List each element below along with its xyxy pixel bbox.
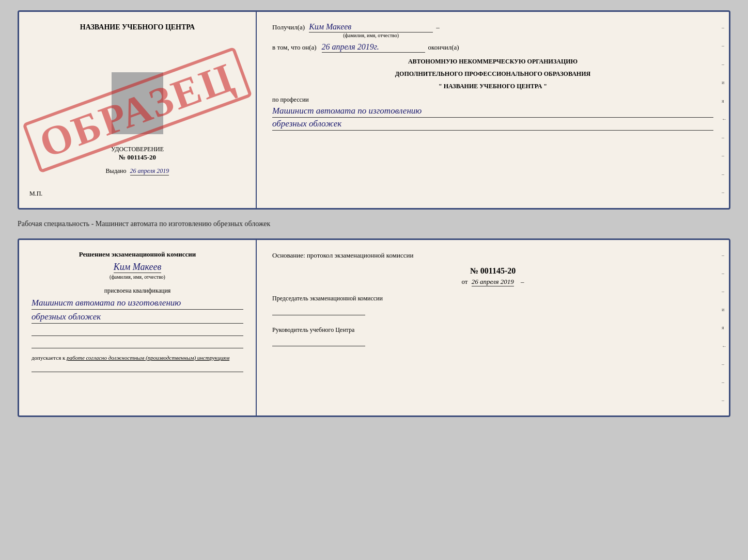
received-label: Получил(а): [272, 23, 305, 31]
mp-label: М.П.: [29, 190, 42, 198]
chair-sig-line: [272, 305, 365, 315]
profession-line2: обрезных обложек: [272, 118, 713, 131]
received-row: Получил(а) Ким Макеев (фамилия, имя, отч…: [272, 22, 713, 38]
issued-date: 26 апреля 2019: [130, 167, 169, 175]
qual-line1: Машинист автомата по изготовлению: [32, 297, 243, 310]
school-name-top: НАЗВАНИЕ УЧЕБНОГО ЦЕНТРА: [29, 22, 245, 31]
separator-section: Рабочая специальность - Машинист автомат…: [18, 218, 730, 230]
protocol-date: от 26 апреля 2019 –: [272, 278, 713, 286]
in-that-row: в том, что он(а) 26 апреля 2019г. окончи…: [272, 42, 713, 53]
bottom-name-sub: (фамилия, имя, отчество): [110, 274, 165, 280]
side-marks-top: – – – и я ← – – – –: [722, 12, 727, 208]
issued-section: Выдано 26 апреля 2019: [106, 167, 169, 175]
basis-label: Основание: протокол экзаменационной коми…: [272, 251, 413, 259]
basis-section: Основание: протокол экзаменационной коми…: [272, 250, 713, 261]
top-certificate-card: НАЗВАНИЕ УЧЕБНОГО ЦЕНТРА УДОСТОВЕРЕНИЕ №…: [18, 10, 730, 210]
dash1: –: [436, 23, 440, 31]
blank-line-3: [32, 364, 243, 372]
protocol-date-value: 26 апреля 2019: [472, 278, 514, 286]
protocol-number: № 001145-20: [272, 266, 713, 276]
bottom-certificate-card: Решением экзаменационной комиссии Ким Ма…: [18, 238, 730, 417]
blank-line-1: [32, 328, 243, 336]
in-that-date: 26 апреля 2019г.: [322, 42, 425, 53]
allows-label: допускается к: [32, 355, 65, 361]
top-cert-left: НАЗВАНИЕ УЧЕБНОГО ЦЕНТРА УДОСТОВЕРЕНИЕ №…: [19, 12, 257, 208]
qual-line2: обрезных обложек: [32, 311, 243, 324]
received-name: Ким Макеев: [309, 22, 433, 33]
director-label: Руководитель учебного Центра: [272, 326, 713, 334]
in-that-label: в том, что он(а): [272, 43, 317, 52]
name-sub-label: (фамилия, имя, отчество): [343, 33, 399, 38]
director-section: Руководитель учебного Центра: [272, 326, 713, 347]
director-sig-line: [272, 336, 365, 346]
protocol-date-prefix: от: [461, 278, 467, 285]
allows-section: допускается к работе согласно должностны…: [32, 354, 243, 362]
org-line2: ДОПОЛНИТЕЛЬНОГО ПРОФЕССИОНАЛЬНОГО ОБРАЗО…: [272, 69, 713, 78]
cert-number: № 001145-20: [111, 153, 164, 162]
finished-label: окончил(а): [428, 43, 459, 52]
profession-line1: Машинист автомата по изготовлению: [272, 105, 713, 118]
org-line3: " НАЗВАНИЕ УЧЕБНОГО ЦЕНТРА ": [272, 82, 713, 91]
top-cert-right: Получил(а) Ким Макеев (фамилия, имя, отч…: [257, 12, 729, 208]
profession-label: по профессии: [272, 96, 713, 104]
school-name-label: НАЗВАНИЕ УЧЕБНОГО ЦЕНТРА: [80, 23, 195, 31]
decision-label: Решением экзаменационной комиссии: [32, 250, 243, 259]
allows-underline-text: работе согласно должностным (производств…: [67, 355, 229, 361]
issued-label: Выдано: [106, 167, 127, 174]
side-marks-bottom: – – – и я ← – – –: [722, 240, 727, 415]
cert-label: УДОСТОВЕРЕНИЕ: [111, 146, 164, 153]
assigned-label: присвоена квалификация: [32, 287, 243, 295]
bottom-person-name: Ким Макеев: [114, 262, 161, 273]
org-line1: АВТОНОМНУЮ НЕКОММЕРЧЕСКУЮ ОРГАНИЗАЦИЮ: [272, 57, 713, 66]
blank-line-2: [32, 340, 243, 348]
separator-text: Рабочая специальность - Машинист автомат…: [18, 220, 270, 228]
chair-label: Председатель экзаменационной комиссии: [272, 294, 713, 303]
protocol-dash: –: [521, 278, 524, 285]
bottom-cert-left: Решением экзаменационной комиссии Ким Ма…: [19, 240, 257, 415]
chair-section: Председатель экзаменационной комиссии: [272, 294, 713, 315]
bottom-cert-right: Основание: протокол экзаменационной коми…: [257, 240, 729, 415]
